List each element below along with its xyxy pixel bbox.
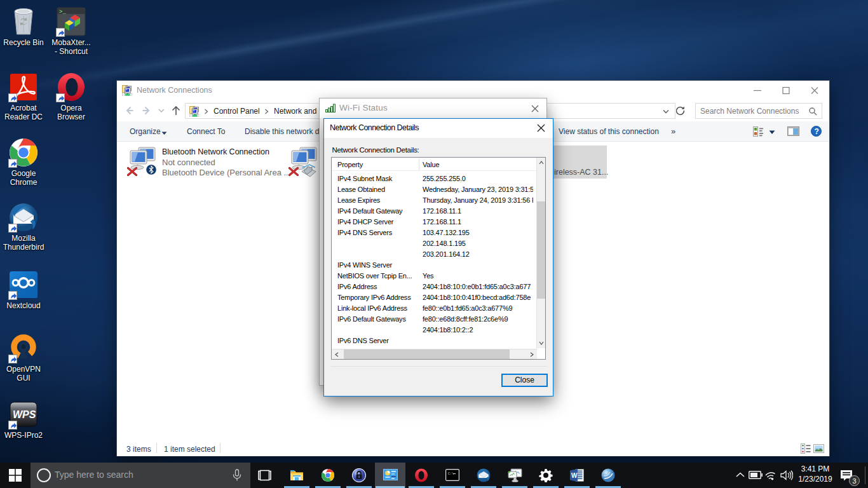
svg-text:WPS: WPS xyxy=(13,409,36,420)
svg-text:C:\: C:\ xyxy=(448,472,454,476)
svg-text:W: W xyxy=(571,472,578,479)
svg-text:>_: >_ xyxy=(59,9,66,15)
